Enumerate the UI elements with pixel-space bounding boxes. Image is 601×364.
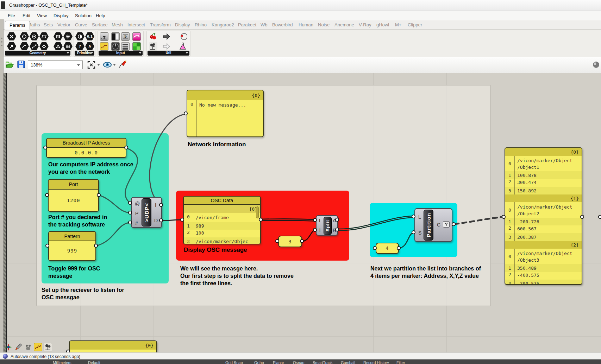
text-icon[interactable]: A [85, 42, 94, 50]
udp-port-d[interactable] [159, 218, 163, 222]
broadcast-output-port[interactable] [124, 146, 128, 149]
value-scroller-icon[interactable]: 5 [121, 32, 130, 41]
udp-capsule[interactable]: >UDP< [142, 198, 151, 226]
rhino-status-layer[interactable]: Default [88, 360, 100, 364]
partition-size-output-port[interactable] [397, 246, 401, 250]
menu-view[interactable]: View [37, 13, 47, 18]
tab-wb[interactable]: Wb [261, 22, 268, 27]
port-input-port[interactable] [45, 193, 49, 197]
panel-component-icon[interactable] [121, 42, 130, 51]
rhino-status-gridsnap[interactable]: Grid Snap [225, 360, 243, 364]
curve-icon[interactable] [20, 42, 29, 50]
tab-rhino[interactable]: Rhino [195, 22, 207, 27]
tab-params[interactable]: Params [5, 21, 30, 30]
tab-transform[interactable]: Transform [150, 22, 171, 27]
split-index-panel[interactable]: 3 [278, 236, 302, 247]
menu-help[interactable]: Help [96, 13, 105, 18]
rhino-status-units[interactable]: Millimeters [53, 360, 71, 364]
network-input-port[interactable] [184, 111, 188, 115]
cherry-picker-icon[interactable] [149, 32, 157, 41]
primitive-group-label[interactable]: Primitive [75, 51, 94, 56]
tab-kangaroo2[interactable]: Kangaroo2 [212, 22, 234, 27]
zoom-extents-button[interactable] [87, 61, 95, 70]
tab-noise[interactable]: Noise [318, 22, 330, 27]
paw-widget-icon[interactable] [24, 343, 32, 351]
broadcast-ip-panel[interactable]: Broadcast IP Address 0.0.0.0 [46, 138, 126, 158]
pattern-panel[interactable]: Pattern 999 [48, 231, 96, 261]
split-list-component[interactable]: L i Split A B [316, 215, 338, 236]
graft-state-icon[interactable] [443, 221, 450, 228]
tab-parakeet[interactable]: Parakeet [238, 22, 256, 27]
plane-icon[interactable] [39, 32, 49, 40]
tab-intersect[interactable]: Intersect [127, 22, 145, 27]
toggle-icon[interactable] [111, 32, 120, 41]
bottom-partial-input-port[interactable] [66, 350, 70, 352]
tab-mesh[interactable]: Mesh [112, 22, 123, 27]
pencil-widget-icon[interactable] [14, 343, 23, 351]
circle-icon[interactable] [20, 32, 29, 40]
udp-port-hash[interactable] [128, 221, 132, 224]
udp-receiver-component[interactable]: @ P # >UDP< I D [131, 197, 162, 228]
data-input-arrow-icon[interactable] [162, 42, 171, 51]
result-output-port[interactable] [580, 215, 584, 219]
tab-surface[interactable]: Surface [92, 22, 108, 27]
compass-widget-icon[interactable] [4, 343, 13, 351]
split-port-i[interactable] [313, 228, 317, 232]
bonsai-tree-icon[interactable] [149, 42, 157, 51]
port-value[interactable]: 1200 [49, 190, 98, 211]
tab-display[interactable]: Display [175, 22, 190, 27]
line-icon[interactable] [30, 42, 39, 50]
box-icon[interactable] [54, 32, 63, 40]
tab-ghowl[interactable]: gHowl [376, 22, 389, 27]
number-icon[interactable]: 0.1 [85, 32, 94, 40]
partition-port-s[interactable] [412, 230, 415, 234]
udp-port-p[interactable] [128, 211, 132, 215]
flask-icon[interactable] [179, 42, 187, 51]
partition-port-c[interactable] [452, 222, 456, 226]
split-capsule[interactable]: Split [324, 217, 332, 235]
split-index-input-port[interactable] [275, 239, 279, 243]
partition-size-input-port[interactable] [373, 246, 377, 250]
partition-capsule[interactable]: Partition [424, 210, 433, 241]
port-output-port[interactable] [97, 193, 101, 197]
vector-icon[interactable] [7, 42, 16, 50]
definition-canvas[interactable]: Our computers IP address once you are on… [0, 73, 601, 352]
osc-input-port[interactable] [180, 218, 184, 222]
udp-port-at[interactable] [128, 201, 132, 205]
pattern-output-port[interactable] [94, 244, 98, 248]
open-file-button[interactable] [5, 60, 14, 71]
render-sphere-icon[interactable] [592, 61, 600, 70]
osc-data-panel[interactable]: OSC Data {0} 0/vicon/frame 1989 2100 3/v… [183, 196, 261, 244]
rhino-status-history[interactable]: Record History [363, 360, 389, 364]
graph-mapper-icon[interactable] [132, 32, 141, 41]
tab-human[interactable]: Human [299, 22, 313, 27]
udp-port-i[interactable] [159, 203, 163, 207]
save-file-button[interactable] [17, 60, 25, 70]
split-port-a[interactable] [335, 218, 339, 222]
scribble-widget-icon[interactable] [34, 343, 42, 351]
osc-output-port[interactable] [259, 218, 263, 222]
menu-edit[interactable]: Edit [23, 13, 30, 18]
geometry-group-label[interactable]: Geometry [5, 51, 70, 56]
colour-swatch-icon[interactable] [132, 42, 141, 51]
port-panel[interactable]: Port 1200 [48, 179, 99, 212]
rhino-status-ortho[interactable]: Ortho [254, 360, 264, 364]
menu-solution[interactable]: Solution [75, 13, 92, 18]
partition-size-panel[interactable]: 4 [376, 243, 399, 254]
menu-display[interactable]: Display [54, 13, 69, 18]
tab-sets[interactable]: Sets [44, 22, 53, 27]
tab-anemone[interactable]: Anemone [334, 22, 354, 27]
partition-list-component[interactable]: L S Partition C [414, 208, 452, 242]
zoom-extents-dropdown[interactable] [98, 64, 100, 66]
osc-panel-scrollbar[interactable] [256, 206, 259, 218]
boolean-icon[interactable] [75, 32, 84, 40]
cone-icon[interactable] [54, 42, 63, 50]
import-icon[interactable] [100, 32, 108, 41]
point-icon[interactable] [39, 42, 49, 50]
menu-file[interactable]: File [8, 13, 15, 18]
geometry-generic-icon[interactable] [7, 32, 16, 40]
broadcast-ip-value[interactable]: 0.0.0.0 [47, 148, 126, 157]
rhino-status-planar[interactable]: Planar [273, 360, 284, 364]
partition-port-l[interactable] [412, 215, 415, 218]
sketch-pen-button[interactable] [118, 60, 127, 71]
